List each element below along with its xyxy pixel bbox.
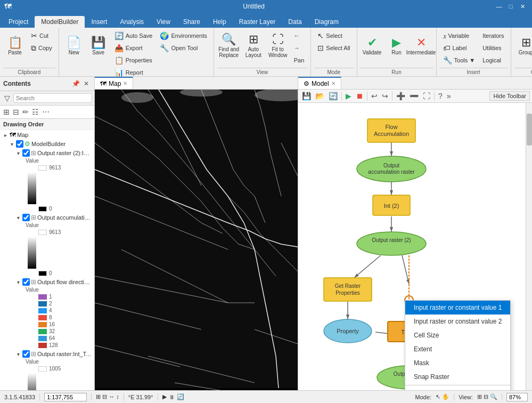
contents-tool2[interactable]: ⊟ (12, 107, 20, 117)
refresh-icon[interactable]: 🔄 (177, 393, 184, 400)
select-button[interactable]: ↖ Select (314, 30, 353, 42)
tab-share[interactable]: Share (177, 16, 207, 28)
tree-map-row[interactable]: ▸ 🗺 Map (0, 131, 94, 139)
context-menu-item-extent[interactable]: Extent (405, 342, 510, 356)
run-button[interactable]: ▶ Run (385, 30, 408, 62)
new-button[interactable]: 📄 New (62, 30, 86, 62)
iterators-button[interactable]: Iterators (479, 30, 507, 42)
cut-button[interactable]: ✂ Cut (28, 30, 55, 42)
variable-button[interactable]: 𝑥 Variable (440, 30, 479, 42)
auto-layout-button[interactable]: ⊞ Auto Layout (242, 30, 265, 62)
flow-dir-row[interactable]: ▾ ⊞ Output flow direction r... (13, 278, 94, 286)
model-run-btn[interactable]: ▶ (344, 91, 353, 101)
minimize-btn[interactable]: — (494, 1, 504, 12)
model-scrollbar[interactable] (526, 103, 532, 390)
tab-analysis[interactable]: Analysis (113, 16, 150, 28)
context-menu-item-mask[interactable]: Mask (405, 356, 510, 370)
map-tab[interactable]: 🗺 Map ✕ (95, 77, 133, 89)
model-tab-close[interactable]: ✕ (331, 80, 335, 86)
flow-dir-checkbox[interactable] (22, 278, 30, 286)
zoom-input[interactable] (506, 393, 528, 401)
output-raster2-expand[interactable]: ▾ (15, 150, 21, 156)
modelbuilder-checkbox[interactable] (16, 140, 23, 148)
context-menu-item-1[interactable]: Input raster or constant value 1 (405, 301, 510, 315)
contents-pin-btn[interactable]: 📌 (71, 79, 80, 88)
properties-button[interactable]: 📋 Properties (111, 54, 156, 66)
model-zoom-in-btn[interactable]: ➕ (395, 91, 407, 101)
model-stop-btn[interactable]: ⏹ (354, 91, 365, 101)
model-tab[interactable]: ⚙ Model ✕ (298, 77, 341, 89)
tab-help[interactable]: Help (207, 16, 233, 28)
model-redo-btn[interactable]: ↪ (380, 91, 390, 101)
environments-button[interactable]: 🌍 Environments (157, 30, 210, 42)
save-button[interactable]: 💾 Save (87, 30, 110, 62)
contents-more-btn[interactable]: ⋯ (41, 107, 51, 117)
contents-tool3[interactable]: ✏ (21, 107, 30, 117)
acc-raster-row[interactable]: ▾ ⊞ Output accumulation ra... (13, 213, 94, 222)
copy-button[interactable]: ⧉ Copy (28, 42, 55, 54)
model-save-btn[interactable]: 💾 (300, 91, 313, 101)
model-help-btn[interactable]: ? (437, 91, 444, 101)
model-refresh-btn[interactable]: 🔄 (327, 91, 339, 101)
scale-input[interactable] (44, 393, 87, 401)
find-replace-button[interactable]: 🔍 Find and Replace (217, 30, 241, 62)
context-menu-item-snap-raster[interactable]: Snap Raster (405, 370, 510, 384)
tree-modelbuilder-row[interactable]: ▾ ⚙ ModelBuilder (6, 140, 94, 148)
tab-view[interactable]: View (150, 16, 177, 28)
context-menu-item-cell-size[interactable]: Cell Size (405, 328, 510, 342)
context-menu: Input raster or constant value 1 Input r… (405, 300, 511, 390)
map-expand-icon[interactable]: ▸ (2, 132, 9, 138)
model-open-btn[interactable]: 📂 (314, 91, 326, 101)
context-menu-item-precondition[interactable]: Precondition (405, 386, 510, 390)
auto-save-button[interactable]: 🔄 Auto Save (111, 30, 156, 42)
tab-data[interactable]: Data (282, 16, 308, 28)
fit-window-button[interactable]: ⛶ Fit to Window (266, 30, 290, 62)
map-tab-close[interactable]: ✕ (123, 80, 127, 86)
hide-toolbar-button[interactable]: Hide Toolbar (489, 91, 530, 101)
context-menu-item-2[interactable]: Input raster or constant value 2 (405, 315, 510, 328)
contents-tool4[interactable]: ☷ (31, 107, 40, 117)
contents-close-btn[interactable]: ✕ (81, 79, 91, 88)
back-button[interactable]: ← (291, 30, 308, 42)
tools-button[interactable]: 🔧 Tools ▼ (440, 54, 479, 66)
model-undo-btn[interactable]: ↩ (370, 91, 379, 101)
select-all-button[interactable]: ⊡ Select All (314, 42, 353, 54)
intermediate-button[interactable]: ✕ Intermediate (410, 30, 433, 62)
swatch-128 (38, 343, 47, 348)
maximize-btn[interactable]: □ (505, 1, 516, 12)
tab-diagram[interactable]: Diagram (308, 16, 345, 28)
int-topo-row[interactable]: ▾ ⊞ Output raster:Int_TopoT... (13, 350, 94, 358)
tab-project[interactable]: Project (2, 16, 35, 28)
int-topo-expand[interactable]: ▾ (15, 351, 21, 357)
label-button[interactable]: 🏷 Label (440, 42, 479, 54)
modelbuilder-expand-icon[interactable]: ▾ (9, 141, 15, 147)
contents-tool1[interactable]: ⊞ (2, 107, 11, 117)
validate-button[interactable]: ✔ Validate (361, 30, 384, 62)
flow-dir-expand[interactable]: ▾ (15, 279, 21, 285)
int-topo-checkbox[interactable] (22, 350, 30, 358)
paste-button[interactable]: 📋 Paste (3, 30, 27, 62)
tab-insert[interactable]: Insert (85, 16, 113, 28)
model-fit-btn[interactable]: ⛶ (421, 91, 432, 101)
utilities-button[interactable]: Utilities (479, 42, 507, 54)
export-button[interactable]: 📤 Export (111, 42, 156, 54)
play-icon[interactable]: ▶ (162, 393, 167, 400)
close-btn[interactable]: ✕ (517, 1, 528, 12)
open-tool-button[interactable]: 🔧 Open Tool (157, 42, 210, 54)
tab-modelbuilder[interactable]: ModelBuilder (35, 16, 85, 28)
output-raster2-row[interactable]: ▾ ⊞ Output raster (2):Int_Flo... (13, 149, 94, 157)
model-canvas[interactable]: Flow Accumulation Output accumulation ra… (298, 103, 532, 390)
group-button[interactable]: ⊞ Group (514, 30, 532, 62)
forward-button[interactable]: → (291, 42, 308, 54)
acc-raster-expand[interactable]: ▾ (15, 215, 21, 221)
tab-raster-layer[interactable]: Raster Layer (233, 16, 282, 28)
logical-button[interactable]: Logical (479, 54, 507, 66)
search-input[interactable] (13, 93, 92, 103)
pause-icon[interactable]: ⏸ (169, 394, 175, 400)
model-more-btn[interactable]: » (445, 91, 453, 101)
model-zoom-out-btn[interactable]: ➖ (408, 91, 420, 101)
map-canvas[interactable] (95, 90, 298, 390)
acc-raster-checkbox[interactable] (22, 214, 30, 221)
pan-button[interactable]: Pan (291, 54, 308, 66)
output-raster2-checkbox[interactable] (22, 149, 30, 157)
